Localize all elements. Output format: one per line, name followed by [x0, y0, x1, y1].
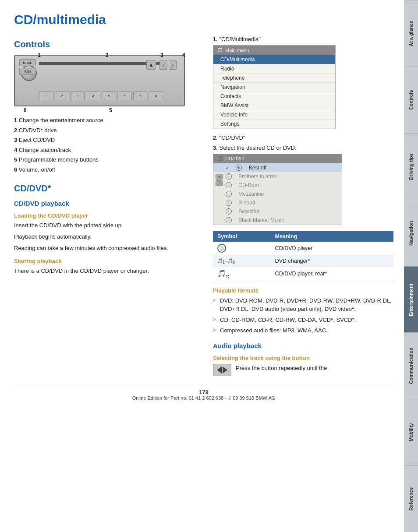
- meaning-cell-1: CD/DVD player: [271, 242, 393, 255]
- disc-icon-6: ◎: [226, 208, 232, 215]
- symbol-row-3: 🎵R CD/DVD player, rear*: [213, 267, 393, 281]
- cddvd-icon: 🎵: [218, 156, 224, 161]
- page-footer: 179 Online Edition for Part no. 01 41 2 …: [14, 385, 393, 401]
- preset-btn-4[interactable]: 4: [86, 92, 100, 100]
- symbol-cell-3: 🎵R: [213, 267, 271, 281]
- footer-text: Online Edition for Part no. 01 41 2 602 …: [14, 395, 393, 401]
- loading-text-1: Insert the CD/DVD with the printed side …: [14, 221, 202, 230]
- cddvd-item-blackmarket[interactable]: ◎ Black Market Music: [213, 216, 342, 225]
- cddvd-menu-screenshot: 🎵 CD/DVD ◁ ▷ ✓ ◉ Best off ◎ Brother: [213, 154, 342, 225]
- controls-list: 1 Change the entertainment source 2 CD/D…: [14, 116, 202, 174]
- preset-btn-2[interactable]: 2: [55, 92, 69, 100]
- menu-item-radio[interactable]: Radio: [213, 64, 335, 74]
- disc-icon-1: ◉: [236, 165, 242, 171]
- diag-label-5: 5: [109, 107, 112, 113]
- menu-item-vehicleinfo[interactable]: Vehicle Info: [213, 110, 335, 120]
- audio-playback-heading: Audio playback: [213, 342, 393, 349]
- sidebar-tab-controls[interactable]: Controls: [404, 67, 418, 133]
- nav-prev-button[interactable]: ◁: [159, 60, 167, 70]
- diag-label-4: 4: [182, 52, 185, 58]
- menu-item-cdmultimedia[interactable]: CD/Multimedia: [213, 55, 335, 64]
- preset-btn-3[interactable]: 3: [71, 92, 85, 100]
- menu-item-telephone[interactable]: Telephone: [213, 74, 335, 83]
- fam-button[interactable]: FAM: [19, 68, 36, 75]
- cddvd-menu-header: 🎵 CD/DVD: [213, 154, 342, 163]
- sidebar-tab-communication[interactable]: Communication: [404, 332, 418, 399]
- track-text: Press the button repeatedly until the: [236, 364, 327, 373]
- sidebar-tab-driving-tips[interactable]: Driving tips: [404, 133, 418, 200]
- preset-btn-6[interactable]: 6: [117, 92, 132, 100]
- cddvd-nav-arrows: ◁ ▷: [216, 174, 223, 186]
- mode-button[interactable]: MODE: [19, 59, 36, 66]
- sidebar-tab-mobility[interactable]: Mobility: [404, 399, 418, 465]
- format-dvd: DVD: DVD-ROM, DVD-R, DVD+R, DVD-RW, DVD+…: [213, 296, 393, 314]
- nav-arrows-pair: ◁ ▷: [159, 60, 177, 70]
- disc-icon-3: ◎: [226, 182, 232, 188]
- main-menu-header: ☰ Main menu: [213, 46, 335, 55]
- cddvd-item-reload[interactable]: ◎ Reload: [213, 198, 342, 207]
- disc-icon-4: ◎: [226, 191, 232, 197]
- sidebar-tab-at-a-glance[interactable]: At a glance: [404, 0, 418, 67]
- page-title: CD/multimedia: [14, 12, 393, 27]
- symbol-cell-1: 💿: [213, 242, 271, 255]
- controls-item-5: 5 Programmable memory buttons: [14, 155, 202, 164]
- disc-icon-7: ◎: [226, 217, 232, 223]
- loading-text-3: Reading can take a few minutes with comp…: [14, 244, 202, 253]
- cddvd-item-best-off[interactable]: ✓ ◉ Best off: [213, 163, 342, 172]
- step-2-text: 2. "CD/DVD": [213, 134, 393, 141]
- sidebar-tab-navigation[interactable]: Navigation: [404, 200, 418, 266]
- main-menu-screenshot: ☰ Main menu CD/Multimedia Radio Telephon…: [213, 45, 336, 129]
- controls-item-3: 3 Eject CD/DVD: [14, 136, 202, 144]
- track-section: Press the button repeatedly until the: [213, 364, 393, 376]
- playable-formats-heading: Playable formats: [213, 287, 393, 294]
- cddvd-playback-heading: CD/DVD playback: [14, 200, 202, 207]
- meaning-cell-2: DVD changer*: [271, 255, 393, 267]
- format-cd: CD: CD-ROM, CD-R, CD-RW, CD-DA, VCD*, SV…: [213, 316, 393, 324]
- cddvd-item-beautiful[interactable]: ◎ Beautiful: [213, 207, 342, 216]
- right-column: 1. "CD/Multimedia" ☰ Main menu CD/Multim…: [213, 36, 393, 376]
- step-1-text: 1. "CD/Multimedia": [213, 36, 393, 42]
- track-button-graphic[interactable]: [213, 364, 231, 376]
- cddvd-item-mezzanine[interactable]: ◎ Mezzanine: [213, 190, 342, 198]
- controls-heading: Controls: [14, 39, 202, 49]
- track-next-arrow: [223, 366, 227, 373]
- sidebar-tabs: At a glance Controls Driving tips Naviga…: [404, 0, 418, 532]
- device-diagram: 1 2 3 4 MODE FAM ▲ ◁ ▷: [14, 55, 185, 106]
- cddvd-item-cdrom[interactable]: ◎ CD-Rom: [213, 181, 342, 190]
- preset-btn-5[interactable]: 5: [102, 92, 116, 100]
- symbol-cell-2: 🎵1…🎵6: [213, 255, 271, 267]
- sidebar-tab-entertainment[interactable]: Entertainment: [404, 266, 418, 333]
- cddvd-item-brothers[interactable]: ◎ Brothers in arms: [213, 172, 342, 181]
- symbol-table: Symbol Meaning 💿 CD/DVD player 🎵1…🎵6: [213, 231, 393, 281]
- preset-btn-8[interactable]: 8: [149, 92, 163, 100]
- diag-label-3: 3: [160, 52, 163, 58]
- step-3-text: 3. Select the desired CD or DVD:: [213, 144, 393, 151]
- disc-icon-5: ◎: [226, 200, 232, 206]
- track-button-heading: Selecting the track using the button: [213, 355, 393, 361]
- meaning-cell-3: CD/DVD player, rear*: [271, 267, 393, 281]
- meaning-col-header: Meaning: [271, 231, 393, 242]
- menu-item-navigation[interactable]: Navigation: [213, 83, 335, 92]
- cddvd-nav-down[interactable]: ▷: [216, 180, 223, 186]
- eject-button[interactable]: ▲: [146, 60, 156, 70]
- menu-item-settings[interactable]: Settings: [213, 120, 335, 129]
- step-1-block: 1. "CD/Multimedia" ☰ Main menu CD/Multim…: [213, 36, 393, 129]
- preset-btn-1[interactable]: 1: [39, 92, 53, 100]
- diag-label-2: 2: [106, 52, 109, 58]
- controls-item-4: 4 Change station/track: [14, 146, 202, 155]
- controls-item-2: 2 CD/DVD* drive: [14, 126, 202, 135]
- preset-buttons-row: 1 2 3 4 5 6 7 8: [39, 92, 163, 100]
- cddvd-nav-up[interactable]: ◁: [216, 174, 223, 180]
- main-content: CD/multimedia Controls 1 2 3 4 MODE FAM: [0, 0, 404, 409]
- symbol-row-1: 💿 CD/DVD player: [213, 242, 393, 255]
- cddvd-heading: CD/DVD*: [14, 183, 202, 194]
- starting-text: There is a CD/DVD in the CD/DVD player o…: [14, 267, 202, 275]
- preset-btn-7[interactable]: 7: [133, 92, 148, 100]
- nav-next-button[interactable]: ▷: [169, 60, 177, 70]
- menu-item-contacts[interactable]: Contacts: [213, 92, 335, 101]
- disc-icon-2: ◎: [226, 173, 232, 180]
- controls-item-6: 6 Volume, on/off: [14, 166, 202, 174]
- sidebar-tab-reference[interactable]: Reference: [404, 465, 418, 532]
- format-compressed: Compressed audio files: MP3, WMA, AAC.: [213, 326, 393, 335]
- menu-item-bmwassist[interactable]: BMW Assist: [213, 101, 335, 110]
